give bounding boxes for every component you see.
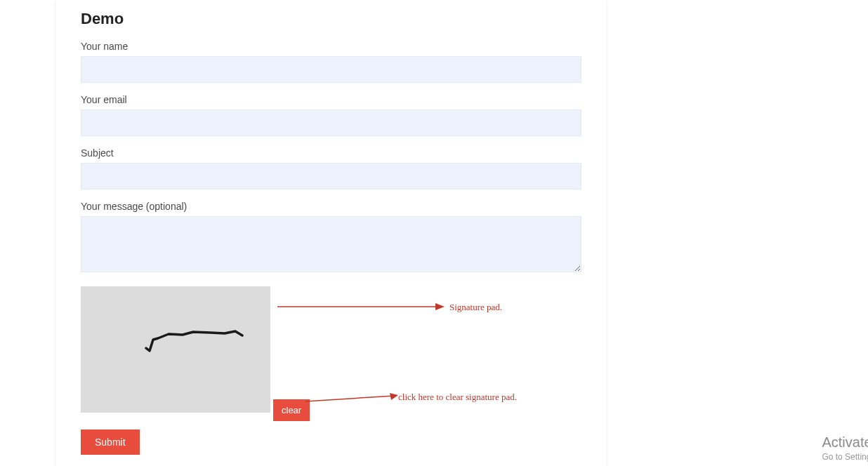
name-input[interactable]	[81, 56, 581, 83]
subject-label: Subject	[81, 147, 581, 159]
signature-pad[interactable]	[81, 286, 270, 413]
svg-line-3	[305, 396, 394, 401]
form-group-name: Your name	[81, 41, 581, 83]
email-input[interactable]	[81, 109, 581, 136]
svg-marker-1	[435, 303, 445, 310]
annotation-clear-hint: click here to clear signature pad.	[398, 392, 517, 403]
arrow-icon	[277, 302, 446, 312]
svg-marker-4	[390, 393, 398, 400]
arrow-icon	[305, 393, 398, 403]
watermark-subtitle: Go to Setting	[822, 452, 868, 462]
message-textarea[interactable]	[81, 216, 581, 272]
activate-windows-watermark: Activate W Go to Setting	[822, 434, 868, 462]
watermark-title: Activate W	[822, 434, 868, 451]
email-label: Your email	[81, 94, 581, 105]
submit-button[interactable]: Submit	[81, 430, 140, 455]
annotation-signature-pad: Signature pad.	[449, 302, 502, 313]
form-group-email: Your email	[81, 94, 581, 136]
form-group-subject: Subject	[81, 147, 581, 189]
signature-row: clear Signature pad. click here to clear…	[81, 286, 581, 413]
signature-stroke-icon	[144, 327, 249, 355]
clear-button[interactable]: clear	[273, 399, 310, 421]
form-group-message: Your message (optional)	[81, 201, 581, 275]
name-label: Your name	[81, 41, 581, 52]
form-card: Demo Your name Your email Subject Your m…	[56, 0, 606, 466]
page-title: Demo	[81, 10, 581, 28]
subject-input[interactable]	[81, 163, 581, 189]
message-label: Your message (optional)	[81, 201, 581, 212]
